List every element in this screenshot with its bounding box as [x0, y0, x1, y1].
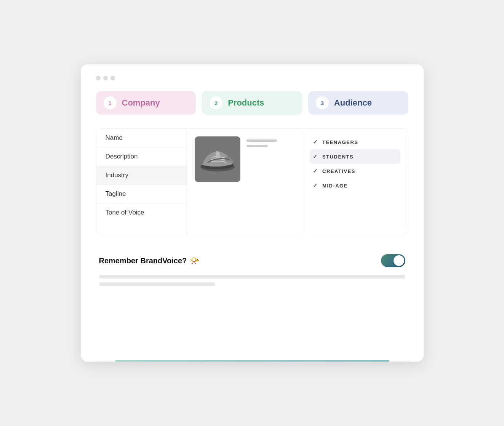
bottom-border [115, 360, 389, 362]
company-column: Name Description Industry Tagline Tone o… [96, 129, 187, 235]
steps-row: 1 Company 2 Products 3 Audience [96, 91, 408, 115]
audience-label-creatives: CREATIVES [322, 168, 355, 174]
product-line-2 [246, 145, 268, 147]
step-audience[interactable]: 3 Audience [308, 91, 408, 115]
loading-bar-2 [99, 282, 216, 286]
main-window: 1 Company 2 Products 3 Audience Name Des… [81, 64, 424, 362]
window-dots [96, 76, 408, 80]
products-column [187, 129, 302, 235]
toggle-thumb [394, 255, 404, 266]
company-item-tone[interactable]: Tone of Voice [96, 203, 187, 222]
step-company[interactable]: 1 Company [96, 91, 196, 115]
dot-3 [110, 76, 115, 80]
remember-row: Remember BrandVoice? 📯 [99, 254, 405, 267]
audience-item-teenagers[interactable]: ✓ TEENAGERS [310, 135, 400, 149]
remember-label-wrapper: Remember BrandVoice? 📯 [99, 256, 200, 265]
dot-1 [96, 76, 101, 80]
remember-label: Remember BrandVoice? [99, 256, 187, 265]
bottom-section: Remember BrandVoice? 📯 [96, 254, 408, 286]
company-item-industry[interactable]: Industry [96, 166, 187, 185]
check-icon-students: ✓ [313, 153, 318, 160]
product-line-1 [246, 139, 277, 142]
product-image [195, 136, 240, 182]
content-row: Name Description Industry Tagline Tone o… [96, 128, 408, 235]
check-icon-creatives: ✓ [313, 168, 318, 175]
audience-column: ✓ TEENAGERS ✓ STUDENTS ✓ CREATIVES ✓ MID… [302, 129, 408, 235]
audience-item-creatives[interactable]: ✓ CREATIVES [310, 164, 400, 178]
step-label-company: Company [122, 98, 160, 108]
audience-item-midage[interactable]: ✓ MID-AGE [310, 178, 400, 193]
company-item-tagline[interactable]: Tagline [96, 185, 187, 203]
loading-bar-1 [99, 275, 405, 279]
check-icon-midage: ✓ [313, 182, 318, 189]
dot-2 [103, 76, 108, 80]
loading-bars [99, 275, 405, 286]
audience-label-midage: MID-AGE [322, 183, 348, 189]
company-item-name[interactable]: Name [96, 129, 187, 147]
company-item-description[interactable]: Description [96, 147, 187, 166]
audience-label-teenagers: TEENAGERS [322, 139, 358, 145]
step-number-products: 2 [210, 96, 222, 109]
step-number-company: 1 [104, 96, 117, 109]
audience-item-students[interactable]: ✓ STUDENTS [310, 149, 400, 164]
check-icon-teenagers: ✓ [313, 139, 318, 146]
product-lines [246, 136, 277, 147]
step-number-audience: 3 [316, 96, 329, 109]
brandvoice-toggle[interactable] [381, 254, 405, 267]
audience-label-students: STUDENTS [322, 154, 354, 160]
step-label-products: Products [228, 98, 264, 108]
megaphone-icon: 📯 [190, 256, 199, 265]
step-label-audience: Audience [334, 98, 372, 108]
step-products[interactable]: 2 Products [202, 91, 302, 115]
